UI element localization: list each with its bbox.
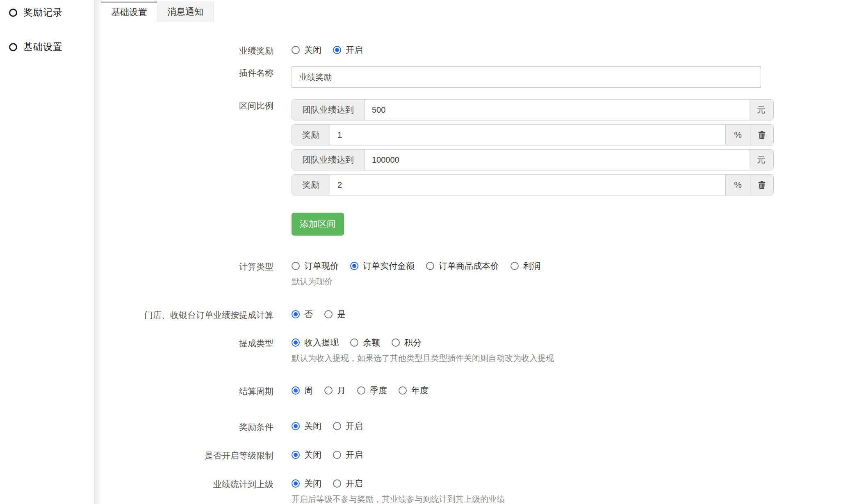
reward-condition-option-label: 关闭 [304, 420, 321, 432]
radio-icon[interactable] [333, 451, 341, 459]
level-limit-label: 是否开启等级限制 [101, 449, 273, 461]
interval-unit-label: % [725, 125, 750, 145]
performance-to-superior-help-text: 开启后等级不参与奖励，其业绩参与则统计到其上级的业绩 [292, 494, 774, 504]
interval-unit-label: % [725, 175, 750, 195]
performance-to-superior-option-0[interactable]: 关闭 [292, 478, 321, 489]
radio-selected-icon[interactable] [292, 386, 300, 395]
form-row-store-pos-commission: 门店、收银台订单业绩按提成计算否是 [101, 309, 866, 321]
form-row-performance-to-superior: 业绩统计到上级关闭开启开启后等级不参与奖励，其业绩参与则统计到其上级的业绩 [101, 478, 866, 504]
calc-type-option-label: 订单实付金额 [363, 260, 415, 272]
settlement-cycle-option-2[interactable]: 季度 [357, 385, 387, 396]
level-limit-option-0[interactable]: 关闭 [292, 449, 321, 461]
radio-icon[interactable] [292, 262, 300, 270]
performance-reward-radio-group: 关闭开启 [292, 44, 774, 56]
tab-bar: 基础设置 消息通知 [101, 2, 866, 22]
interval-prefix-label: 奖励 [292, 175, 330, 195]
interval-prefix-label: 团队业绩达到 [292, 100, 365, 120]
performance-to-superior-control: 关闭开启开启后等级不参与奖励，其业绩参与则统计到其上级的业绩 [292, 478, 774, 504]
radio-selected-icon[interactable] [292, 338, 300, 347]
performance-reward-option-0[interactable]: 关闭 [292, 44, 321, 56]
calc-type-option-2[interactable]: 订单商品成本价 [426, 260, 499, 272]
interval-prefix-label: 团队业绩达到 [292, 150, 365, 170]
performance-to-superior-label: 业绩统计到上级 [101, 478, 273, 490]
level-limit-radio-group: 关闭开启 [292, 449, 774, 461]
tab-message-notification[interactable]: 消息通知 [157, 2, 214, 22]
calc-type-option-1[interactable]: 订单实付金额 [350, 260, 415, 272]
interval-value-input-2[interactable] [365, 150, 749, 170]
performance-to-superior-option-1[interactable]: 开启 [333, 478, 363, 489]
level-limit-option-label: 关闭 [304, 449, 321, 461]
radio-icon[interactable] [399, 386, 407, 395]
reward-condition-control: 关闭开启 [292, 420, 774, 432]
settlement-cycle-option-3[interactable]: 年度 [399, 385, 428, 396]
delete-interval-button[interactable] [750, 175, 773, 195]
calc-type-option-0[interactable]: 订单现价 [292, 260, 339, 272]
form-row-interval-ratio: 区间比例团队业绩达到元奖励%团队业绩达到元奖励% [101, 99, 866, 199]
reward-condition-option-0[interactable]: 关闭 [292, 420, 321, 432]
form-row-plugin-name: 插件名称 [101, 66, 866, 88]
commission-type-option-0[interactable]: 收入提现 [292, 337, 339, 348]
interval-unit-label: 元 [749, 150, 773, 170]
radio-icon[interactable] [292, 46, 300, 54]
radio-selected-icon[interactable] [292, 422, 300, 430]
settlement-cycle-option-0[interactable]: 周 [292, 385, 313, 396]
form-row-performance-reward: 业绩奖励关闭开启 [101, 44, 866, 57]
sidebar-item-basic-settings[interactable]: 基础设置 [0, 37, 94, 57]
performance-to-superior-radio-group: 关闭开启 [292, 478, 774, 489]
plugin-name-input[interactable] [292, 66, 761, 88]
reward-condition-label: 奖励条件 [101, 420, 273, 433]
plugin-name-control [292, 66, 774, 88]
radio-icon[interactable] [357, 386, 365, 395]
store-pos-commission-option-1[interactable]: 是 [324, 309, 346, 320]
performance-to-superior-option-label: 关闭 [304, 478, 321, 489]
calc-type-option-3[interactable]: 利润 [510, 260, 540, 272]
sidebar-divider-shadow [94, 0, 101, 504]
level-limit-option-label: 开启 [346, 449, 363, 461]
radio-icon[interactable] [392, 338, 400, 347]
radio-selected-icon[interactable] [350, 262, 358, 270]
sidebar-item-label: 奖励记录 [23, 6, 63, 19]
trash-icon [757, 180, 766, 189]
interval-ratio-control: 团队业绩达到元奖励%团队业绩达到元奖励% [292, 99, 774, 199]
radio-icon[interactable] [510, 262, 519, 270]
settlement-cycle-option-1[interactable]: 月 [324, 385, 346, 396]
calc-type-label: 计算类型 [101, 260, 273, 272]
commission-type-label: 提成类型 [101, 337, 273, 349]
delete-interval-button[interactable] [750, 125, 773, 145]
calc-type-option-label: 订单现价 [304, 260, 339, 272]
radio-selected-icon[interactable] [292, 479, 300, 488]
radio-selected-icon[interactable] [333, 46, 341, 54]
performance-reward-label: 业绩奖励 [101, 44, 273, 57]
interval-value-input-3[interactable] [330, 175, 725, 195]
app-window: 奖励记录 基础设置 基础设置 消息通知 业绩奖励关闭开启插件名称区间比例团队业绩… [0, 0, 866, 504]
calc-type-radio-group: 订单现价订单实付金额订单商品成本价利润 [292, 260, 774, 272]
settlement-cycle-control: 周月季度年度 [292, 385, 774, 396]
reward-condition-option-1[interactable]: 开启 [333, 420, 363, 432]
level-limit-option-1[interactable]: 开启 [333, 449, 363, 461]
radio-icon[interactable] [350, 338, 358, 347]
radio-icon[interactable] [333, 479, 341, 488]
radio-icon[interactable] [426, 262, 434, 270]
add-interval-label [101, 213, 273, 213]
radio-selected-icon[interactable] [292, 451, 300, 459]
radio-icon[interactable] [333, 422, 341, 430]
performance-reward-option-1[interactable]: 开启 [333, 44, 363, 56]
store-pos-commission-option-0[interactable]: 否 [292, 309, 313, 320]
calc-type-control: 订单现价订单实付金额订单商品成本价利润默认为现价 [292, 260, 774, 287]
radio-selected-icon[interactable] [292, 310, 300, 318]
sidebar-item-reward-records[interactable]: 奖励记录 [0, 2, 94, 23]
store-pos-commission-option-label: 否 [304, 309, 313, 320]
interval-value-input-0[interactable] [365, 100, 749, 120]
interval-value-input-1[interactable] [330, 125, 725, 145]
radio-icon[interactable] [324, 386, 333, 395]
add-interval-button[interactable]: 添加区间 [292, 213, 344, 236]
commission-type-option-2[interactable]: 积分 [392, 337, 422, 348]
interval-row-3: 奖励% [292, 174, 774, 195]
tab-basic-settings[interactable]: 基础设置 [101, 2, 157, 22]
circle-icon [9, 43, 17, 51]
form-row-reward-condition: 奖励条件关闭开启 [101, 420, 866, 433]
interval-row-2: 团队业绩达到元 [292, 149, 774, 170]
settlement-cycle-label: 结算周期 [101, 385, 273, 397]
radio-icon[interactable] [324, 310, 333, 318]
commission-type-option-1[interactable]: 余额 [350, 337, 380, 348]
